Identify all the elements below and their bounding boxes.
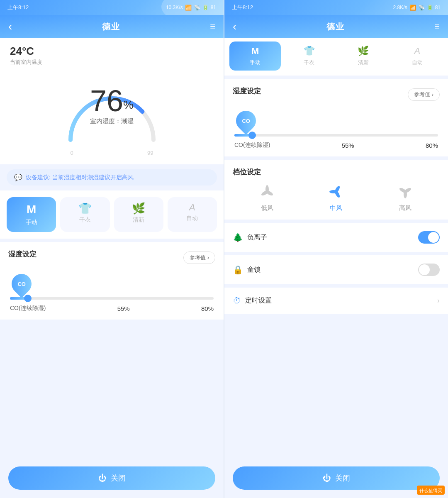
gauge-range: 0 99 — [71, 150, 153, 156]
left-power-icon: ⏻ — [98, 474, 107, 483]
humidity-unit: % — [123, 98, 134, 111]
right-slider-main-label: CO(连续除湿) — [234, 142, 270, 149]
humidity-slider[interactable] — [10, 297, 214, 300]
left-bottom-area: ⏻ 关闭 — [0, 461, 224, 498]
right-power-button[interactable]: ⏻ 关闭 — [233, 466, 440, 490]
right-power-icon: ⏻ — [323, 474, 331, 483]
temperature-value: 24°C — [10, 45, 34, 57]
right-tab-auto-icon: A — [414, 46, 421, 56]
left-wifi-icon: 📡 — [194, 5, 200, 11]
child-lock-icon: 🔒 — [233, 265, 243, 275]
negative-ion-icon: 🌲 — [233, 232, 243, 242]
child-lock-toggle[interactable] — [418, 264, 440, 276]
gauge-max: 99 — [147, 150, 153, 156]
right-tab-manual-icon: M — [251, 46, 259, 56]
left-status-bar: 上午8:12 10.3K/s 📶 📡 🔋 81 — [0, 0, 224, 15]
child-lock-left: 🔒 童锁 — [233, 265, 261, 275]
negative-ion-toggle[interactable] — [418, 231, 440, 244]
mode-auto-label: 自动 — [186, 215, 198, 222]
right-co-marker-text: CO — [242, 118, 250, 124]
right-battery-icon: 🔋 — [427, 5, 433, 10]
timer-label: 定时设置 — [245, 296, 272, 305]
left-status-time: 上午8:12 — [7, 4, 29, 11]
negative-ion-row: 🌲 负离子 — [224, 223, 448, 252]
right-status-right: 2.8K/s 📶 📡 🔋 81 — [393, 5, 441, 11]
fan-options: 低风 中风 — [233, 183, 440, 212]
slider-labels: CO(连续除湿) 55% 80% — [10, 305, 214, 312]
co-marker: CO — [7, 270, 36, 298]
right-reference-value-button[interactable]: 参考值 › — [408, 88, 440, 101]
co-marker-text: CO — [17, 281, 26, 287]
left-panel-content: 24°C 当前室内温度 — [0, 38, 224, 461]
mode-section: M 手动 👕 干衣 🌿 清新 A 自动 — [0, 190, 224, 239]
mode-btn-manual[interactable]: M 手动 — [7, 197, 56, 232]
right-panel: 上午8:12 2.8K/s 📶 📡 🔋 81 ‹ 德业 ≡ M 手动 👕 干衣 … — [224, 0, 448, 498]
timer-row[interactable]: ⏱ 定时设置 › — [224, 288, 448, 314]
negative-ion-label: 负离子 — [247, 233, 267, 242]
humidity-settings-header: 湿度设定 参考值 › — [8, 249, 215, 266]
right-slider-thumb[interactable] — [248, 132, 256, 139]
right-slider-left-val: 55% — [342, 142, 354, 149]
gauge-center: 76% 室内湿度：潮湿 — [90, 86, 134, 125]
left-header-title: 德业 — [102, 21, 120, 32]
child-lock-knob — [419, 264, 430, 275]
mode-btn-dry[interactable]: 👕 干衣 — [60, 197, 110, 232]
watermark-text: 什么值得买 — [419, 488, 442, 493]
timer-icon: ⏱ — [233, 296, 241, 305]
fan-low-label: 低风 — [261, 204, 273, 212]
right-signal-icon: 📶 — [409, 5, 416, 11]
right-power-label: 关闭 — [335, 473, 350, 483]
fan-high[interactable]: 高风 — [397, 183, 414, 212]
humidity-settings-card: 湿度设定 参考值 › CO CO(连续除湿) 55% — [0, 242, 224, 320]
mode-auto-icon: A — [189, 203, 195, 212]
right-tab-dry-label: 干衣 — [304, 59, 314, 66]
right-tab-fresh[interactable]: 🌿 清新 — [338, 42, 389, 71]
left-power-button[interactable]: ⏻ 关闭 — [8, 466, 215, 490]
right-status-time: 上午8:12 — [232, 4, 253, 11]
slider-thumb[interactable] — [24, 295, 32, 302]
right-slider-section: CO CO(连续除湿) 55% 80% — [233, 111, 440, 149]
fan-high-label: 高风 — [399, 204, 411, 212]
right-menu-button[interactable]: ≡ — [434, 21, 440, 32]
right-tab-manual[interactable]: M 手动 — [229, 42, 281, 71]
gauge-container: 76% 室内湿度：潮湿 — [58, 73, 166, 148]
ref-btn-arrow: › — [207, 254, 209, 261]
svg-point-3 — [266, 190, 268, 193]
suggestion-text: 设备建议: 当前湿度相对潮湿建议开启高风 — [26, 174, 134, 181]
ref-btn-label: 参考值 — [190, 254, 206, 261]
right-back-button[interactable]: ‹ — [233, 20, 236, 33]
left-battery-value: 81 — [211, 5, 216, 10]
co-marker-wrapper: CO — [10, 274, 214, 294]
right-humidity-slider[interactable] — [234, 134, 438, 137]
right-tab-auto[interactable]: A 自动 — [392, 42, 443, 71]
slider-main-label: CO(连续除湿) — [10, 305, 46, 312]
slider-left-val: 55% — [117, 305, 130, 312]
fan-low[interactable]: 低风 — [259, 183, 275, 212]
mode-btn-fresh[interactable]: 🌿 清新 — [114, 197, 163, 232]
left-menu-button[interactable]: ≡ — [210, 21, 215, 32]
left-signal-icon: 📶 — [185, 5, 192, 11]
right-slider-labels: CO(连续除湿) 55% 80% — [234, 142, 438, 149]
right-ref-btn-label: 参考值 — [414, 91, 430, 98]
left-status-network: 10.3K/s — [166, 5, 183, 10]
right-battery-value: 81 — [435, 5, 441, 10]
right-bottom-area: ⏻ 关闭 什么值得买 — [224, 461, 448, 498]
mode-btn-auto[interactable]: A 自动 — [168, 197, 217, 232]
fan-mid-icon — [328, 183, 344, 200]
left-status-right: 10.3K/s 📶 📡 🔋 81 — [166, 5, 216, 11]
right-tab-manual-label: 手动 — [250, 59, 261, 66]
left-back-button[interactable]: ‹ — [8, 20, 12, 33]
suggestion-icon: 💬 — [14, 173, 22, 181]
right-tab-dry-icon: 👕 — [304, 46, 315, 56]
reference-value-button[interactable]: 参考值 › — [183, 251, 215, 264]
fan-mid[interactable]: 中风 — [328, 183, 344, 212]
right-humidity-settings-card: 湿度设定 参考值 › CO CO(连续除湿) 55% — [224, 79, 448, 156]
right-mode-tabs: M 手动 👕 干衣 🌿 清新 A 自动 — [224, 38, 448, 76]
left-header: ‹ 德业 ≡ — [0, 15, 224, 38]
right-co-marker-wrapper: CO — [234, 111, 438, 131]
svg-point-11 — [404, 190, 407, 193]
mode-manual-label: 手动 — [26, 219, 37, 226]
mode-fresh-icon: 🌿 — [132, 203, 145, 214]
right-tab-dry[interactable]: 👕 干衣 — [283, 42, 335, 71]
gauge-min: 0 — [71, 150, 73, 156]
